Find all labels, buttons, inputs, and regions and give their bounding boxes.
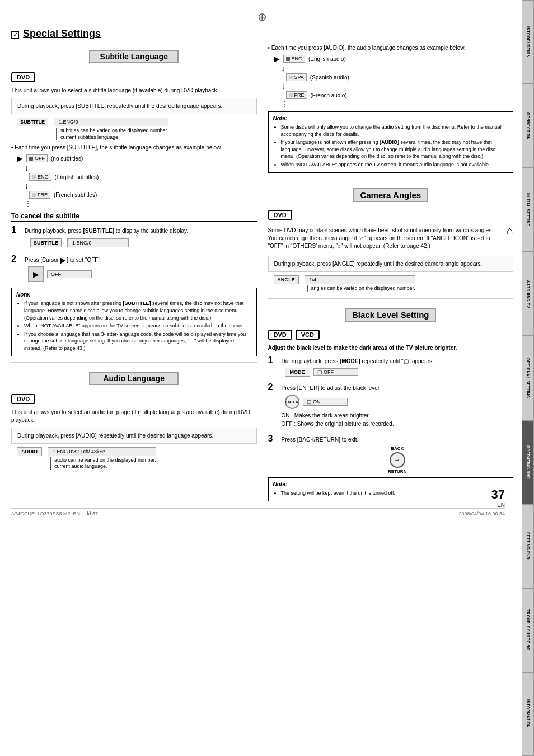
subtitle-ui-screen-container: 1.ENG/0 subtitles can be varied on the d… bbox=[54, 118, 168, 140]
audio-note-title: Note: bbox=[273, 115, 509, 123]
cancel-step1-label: SUBTITLE bbox=[30, 238, 62, 247]
sidebar-tab-watching-tv[interactable]: WATCHING TV bbox=[522, 252, 534, 336]
return-label: RETURN bbox=[388, 469, 406, 474]
black-level-section: Black Level Setting DVD VCD Adjust the b… bbox=[268, 304, 514, 501]
audio-dot-eng bbox=[286, 57, 290, 61]
audio-down-arrow-2: ↓ bbox=[282, 82, 514, 90]
audio-ui-note1: audio can be varied on the displayed num… bbox=[54, 457, 156, 464]
audio-intro: This unit allows you to select an audio … bbox=[11, 408, 257, 424]
cancel-subtitle-heading: To cancel the subtitle bbox=[11, 212, 257, 222]
black-step2-content: Press [ENTER] to adjust the black level.… bbox=[282, 382, 514, 430]
subtitle-step-instruction: During playback, press [SUBTITLE] repeat… bbox=[17, 103, 222, 109]
subtitle-desc-fre: (French subtitles) bbox=[54, 192, 97, 198]
audio-ui-display: AUDIO 1.ENG 0:32 1ch/ 48kHz audio can be… bbox=[17, 447, 257, 470]
subtitle-down-arrow-2: ↓ bbox=[25, 182, 257, 190]
sidebar-tab-initial-setting[interactable]: INITIAL SETTING bbox=[522, 168, 534, 252]
black-step1-label: MODE bbox=[285, 368, 310, 377]
cancel-step1-ui: SUBTITLE 1.ENG/0 bbox=[30, 238, 257, 247]
black-step1-text: During playback, press [MODE] repeatedly… bbox=[282, 358, 514, 365]
cancel-note-item-3: If you choose a language that has 3-lett… bbox=[24, 331, 252, 352]
subtitle-language-heading: Subtitle Language bbox=[89, 50, 179, 63]
camera-ui-note1: angles can be varied on the displayed nu… bbox=[311, 285, 415, 292]
audio-lang-row-spa: SPA (Spanish audio) bbox=[274, 73, 514, 81]
audio-box-eng: ENG bbox=[283, 55, 306, 63]
sidebar-tab-information[interactable]: INFORMATION bbox=[522, 672, 534, 756]
camera-ui-screen-container: 1/4 angles can be varied on the displaye… bbox=[305, 275, 415, 292]
subtitle-intro: This unit allows you to select a subtitl… bbox=[11, 87, 257, 95]
subtitle-ui-note2: current subtitles language. bbox=[60, 134, 168, 141]
black-step1: 1 During playback, press [MODE] repeated… bbox=[268, 355, 514, 379]
audio-desc-fre: (French audio) bbox=[311, 92, 347, 98]
right-column: • Each time you press [AUDIO], the audio… bbox=[268, 43, 514, 508]
audio-ui-screen: 1.ENG 0:32 1ch/ 48kHz bbox=[48, 447, 156, 456]
audio-ui-screen-container: 1.ENG 0:32 1ch/ 48kHz audio can be varie… bbox=[48, 447, 156, 470]
sidebar-tab-connection[interactable]: CONNECTION bbox=[522, 84, 534, 168]
audio-arrow-eng: ▶ bbox=[274, 54, 280, 63]
audio-note-item-1: Some discs will only allow you to change… bbox=[281, 124, 509, 138]
audio-step-box: During playback, press [AUDIO] repeatedl… bbox=[11, 428, 257, 444]
black-step1-ui: MODE ▢ OFF bbox=[285, 368, 514, 377]
audio-box-fre: FRE bbox=[286, 91, 307, 99]
black-on-desc: ON : Makes the dark areas brighter. bbox=[282, 411, 514, 420]
subtitle-box-eng: ENG bbox=[29, 173, 51, 181]
camera-dvd-badge: DVD bbox=[268, 208, 514, 222]
cancel-step2-ui: ▶ OFF bbox=[28, 266, 257, 282]
cancel-step2-screen: OFF bbox=[47, 270, 92, 278]
cursor-right-icon bbox=[60, 257, 65, 264]
subtitle-step-box: During playback, press [SUBTITLE] repeat… bbox=[11, 98, 257, 114]
cancel-step2: 2 Press [Cursor] to set "OFF". ▶ OFF bbox=[11, 254, 257, 284]
sidebar-tab-operating-dvd[interactable]: OPERATING DVD bbox=[522, 420, 534, 504]
subtitle-language-heading-wrap: Subtitle Language bbox=[11, 46, 257, 67]
black-step1-number: 1 bbox=[268, 355, 277, 365]
sidebar: INTRODUCTION CONNECTION INITIAL SETTING … bbox=[522, 0, 534, 756]
audio-box-spa: SPA bbox=[286, 73, 307, 81]
audio-dots: ⋮ bbox=[282, 100, 514, 108]
audio-desc-eng: (English audio) bbox=[308, 56, 346, 62]
black-step3: 3 Press [BACK/RETURN] to exit. BACK ↩ RE… bbox=[268, 434, 514, 474]
audio-note: Note: Some discs will only allow you to … bbox=[268, 111, 514, 173]
subtitle-lang-row-eng: ENG (English subtitles) bbox=[17, 173, 257, 181]
black-level-intro: Adjust the black level to make the dark … bbox=[268, 344, 514, 352]
black-step2: 2 Press [ENTER] to adjust the black leve… bbox=[268, 382, 514, 430]
black-note-item-1: The setting will be kept even if the uni… bbox=[281, 490, 509, 497]
sidebar-tab-setting-dvd[interactable]: SETTING DVD bbox=[522, 504, 534, 588]
footer-left: A74GCUE_LD370SS8 M2_EN.indd 37 bbox=[11, 511, 98, 516]
cancel-step1-content: During playback, press [SUBTITLE] to dis… bbox=[25, 225, 257, 251]
camera-step-box: During playback, press [ANGLE] repeatedl… bbox=[268, 256, 514, 272]
footer-right: 2008/04/04 16:00:34 bbox=[458, 511, 505, 516]
subtitle-dots: ⋮ bbox=[25, 200, 257, 208]
enter-btn-icon: ENTER bbox=[285, 395, 299, 409]
camera-angles-heading: Camera Angles bbox=[353, 188, 428, 202]
page-lang: EN bbox=[491, 502, 505, 508]
sidebar-tab-introduction[interactable]: INTRODUCTION bbox=[522, 0, 534, 84]
audio-each-time-text: • Each time you press [AUDIO], the audio… bbox=[268, 44, 514, 52]
page-title: Special Settings bbox=[23, 28, 101, 39]
cursor-btn-icon: ▶ bbox=[28, 266, 44, 282]
subtitle-desc-off: (no subtitles) bbox=[51, 156, 83, 162]
black-step2-ui: ENTER ▢ ON bbox=[285, 395, 514, 409]
cancel-step1: 1 During playback, press [SUBTITLE] to d… bbox=[11, 225, 257, 251]
sidebar-tab-troubleshooting[interactable]: TROUBLESHOOTING bbox=[522, 588, 534, 672]
audio-language-heading-wrap: Audio Language bbox=[11, 368, 257, 388]
divider-3 bbox=[268, 298, 514, 299]
cancel-step1-text: During playback, press [SUBTITLE] to dis… bbox=[25, 227, 257, 235]
subtitle-ui-note1: subtitles can be varied on the displayed… bbox=[60, 128, 168, 134]
sidebar-tab-optional-setting[interactable]: OPTIONAL SETTING bbox=[522, 336, 534, 420]
subtitle-desc-eng: (English subtitles) bbox=[55, 174, 99, 180]
subtitle-arrow-off: ▶ bbox=[17, 154, 23, 163]
page-number-area: 37 EN bbox=[491, 487, 505, 508]
black-step3-text: Press [BACK/RETURN] to exit. bbox=[282, 436, 514, 444]
subtitle-dot-eng bbox=[32, 175, 36, 179]
top-crosshair: ⊕ bbox=[11, 6, 513, 28]
black-note-title: Note: bbox=[273, 481, 509, 489]
audio-step-instruction: During playback, press [AUDIO] repeatedl… bbox=[17, 433, 213, 439]
black-level-heading: Black Level Setting bbox=[345, 308, 436, 322]
divider-2 bbox=[268, 179, 514, 179]
cancel-note-item-2: When "NOT AVAILABLE" appears on the TV s… bbox=[24, 322, 252, 330]
subtitle-ui-screen: 1.ENG/0 bbox=[54, 118, 168, 126]
cancel-step2-number: 2 bbox=[11, 254, 20, 264]
black-step2-text: Press [ENTER] to adjust the black level. bbox=[282, 384, 514, 392]
subtitle-box-off: OFF bbox=[26, 154, 48, 162]
footer: A74GCUE_LD370SS8 M2_EN.indd 37 2008/04/0… bbox=[11, 508, 505, 516]
cancel-step2-text: Press [Cursor] to set "OFF". bbox=[25, 256, 257, 264]
